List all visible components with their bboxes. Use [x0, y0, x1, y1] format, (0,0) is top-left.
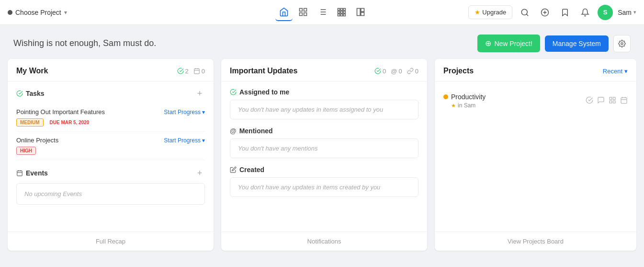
svg-rect-14 [340, 11, 342, 13]
project-name: Productivity [443, 93, 486, 101]
updates-body: Assigned to me You don't have any update… [221, 81, 427, 232]
upgrade-star-icon: ★ [475, 9, 480, 16]
svg-rect-21 [361, 12, 364, 15]
split-nav-button[interactable] [352, 4, 369, 21]
svg-rect-11 [340, 8, 342, 10]
calendar-icon [193, 68, 200, 74]
svg-rect-1 [304, 8, 306, 11]
svg-rect-20 [361, 8, 364, 12]
search-button[interactable] [517, 5, 532, 20]
assigned-check-icon [230, 89, 237, 95]
updates-meta: 0 @ 0 0 [374, 68, 418, 75]
created-empty-box: You don't have any updates in items crea… [230, 177, 418, 197]
avatar[interactable]: S [598, 5, 613, 20]
project-chat-action[interactable] [597, 96, 605, 105]
due-badge: DUE MAR 5, 2020 [46, 119, 93, 126]
events-section: Events + No upcoming Events [16, 168, 205, 205]
projects-header: Projects Recent ▾ [435, 59, 636, 81]
list-nav-button[interactable] [314, 4, 331, 21]
projects-recent-filter[interactable]: Recent ▾ [603, 68, 628, 75]
svg-rect-37 [613, 97, 615, 100]
page-banner: Wishing is not enough, Sam must do. ⊕ Ne… [0, 25, 644, 59]
projects-card: Projects Recent ▾ Productivity ★ in Sam [435, 59, 636, 251]
project-chevron: ▾ [64, 9, 67, 16]
svg-rect-40 [621, 98, 627, 104]
svg-rect-12 [343, 8, 345, 10]
created-section: Created You don't have any updates in it… [230, 166, 418, 197]
assigned-section: Assigned to me You don't have any update… [230, 88, 418, 119]
project-star-icon: ★ [451, 103, 456, 109]
banner-actions: ⊕ New Project! Manage System [477, 35, 631, 52]
high-badge: HIGH [16, 147, 36, 155]
task-item: Pointing Out Important Features Start Pr… [16, 104, 205, 132]
grid-nav-button[interactable] [333, 4, 350, 21]
mentioned-section: @ Mentioned You don't have any mentions [230, 127, 418, 158]
project-sub: ★ in Sam [443, 102, 486, 109]
project-actions [586, 96, 628, 105]
task-name: Pointing Out Important Features [16, 108, 105, 116]
created-title: Created [230, 166, 418, 174]
home-nav-button[interactable] [275, 4, 293, 21]
projects-title: Projects [443, 67, 474, 75]
project-board-action[interactable] [609, 96, 616, 105]
nav-right-actions: ★ Upgrade S Sam ▾ [468, 5, 636, 20]
svg-rect-19 [357, 8, 360, 15]
banner-text: Wishing is not enough, Sam must do. [13, 38, 156, 48]
add-event-button[interactable]: + [194, 168, 205, 178]
notifications-button[interactable] [577, 5, 593, 20]
check-circle-icon [177, 68, 184, 74]
top-navigation: Choose Project ▾ [0, 0, 644, 25]
tasks-section-title: Tasks [16, 90, 45, 97]
events-section-header: Events + [16, 168, 205, 178]
updates-check-meta: 0 [374, 68, 386, 75]
svg-line-23 [527, 14, 528, 15]
add-button[interactable] [537, 5, 553, 20]
new-project-label: New Project! [494, 40, 532, 47]
mentioned-title: @ Mentioned [230, 127, 418, 135]
project-calendar-action[interactable] [620, 96, 628, 105]
medium-badge: MEDIUM [16, 118, 44, 127]
task-badges: MEDIUM DUE MAR 5, 2020 [16, 118, 205, 127]
task-start-progress[interactable]: Start Progress ▾ [164, 137, 205, 144]
manage-system-button[interactable]: Manage System [545, 35, 609, 52]
user-name-nav[interactable]: Sam ▾ [618, 9, 636, 16]
assigned-empty-box: You don't have any updates in items assi… [230, 100, 418, 119]
updates-at-meta: @ 0 [391, 68, 402, 75]
svg-rect-28 [194, 69, 200, 74]
project-selector[interactable]: Choose Project ▾ [8, 9, 67, 16]
updates-header: Important Updates 0 @ 0 0 [221, 59, 427, 81]
task-top: Online Projects Start Progress ▾ [16, 137, 205, 144]
svg-rect-18 [343, 14, 345, 16]
important-updates-card: Important Updates 0 @ 0 0 [221, 59, 427, 251]
project-check-action[interactable] [586, 96, 593, 105]
project-color-dot [443, 94, 448, 99]
project-item: Productivity ★ in Sam [443, 88, 628, 114]
task-start-progress[interactable]: Start Progress ▾ [164, 109, 205, 116]
svg-rect-36 [610, 97, 612, 100]
my-work-footer[interactable]: Full Recap [8, 232, 214, 251]
add-task-button[interactable]: + [194, 88, 205, 99]
board-nav-button[interactable] [294, 4, 312, 21]
svg-rect-17 [340, 14, 342, 16]
updates-footer[interactable]: Notifications [221, 232, 427, 251]
tasks-check-icon [16, 90, 23, 97]
svg-rect-13 [338, 11, 339, 13]
upgrade-button[interactable]: ★ Upgrade [468, 5, 512, 19]
manage-system-label: Manage System [553, 40, 601, 47]
bookmark-button[interactable] [557, 5, 573, 20]
nav-center-icons [275, 4, 369, 21]
svg-point-27 [621, 43, 623, 45]
project-dot [8, 10, 12, 15]
my-work-body: Tasks + Pointing Out Important Features … [8, 81, 214, 232]
task-name: Online Projects [16, 137, 58, 144]
my-work-check-meta: 2 [177, 68, 189, 75]
my-work-title: My Work [16, 67, 48, 75]
svg-rect-0 [299, 8, 302, 11]
project-label: Choose Project [15, 9, 61, 16]
settings-button[interactable] [613, 35, 631, 52]
new-project-button[interactable]: ⊕ New Project! [477, 35, 540, 52]
projects-body: Productivity ★ in Sam [435, 81, 636, 232]
my-work-calendar-meta: 0 [193, 68, 205, 75]
updates-link-meta: 0 [407, 68, 418, 75]
projects-footer[interactable]: View Projects Board [435, 232, 636, 251]
